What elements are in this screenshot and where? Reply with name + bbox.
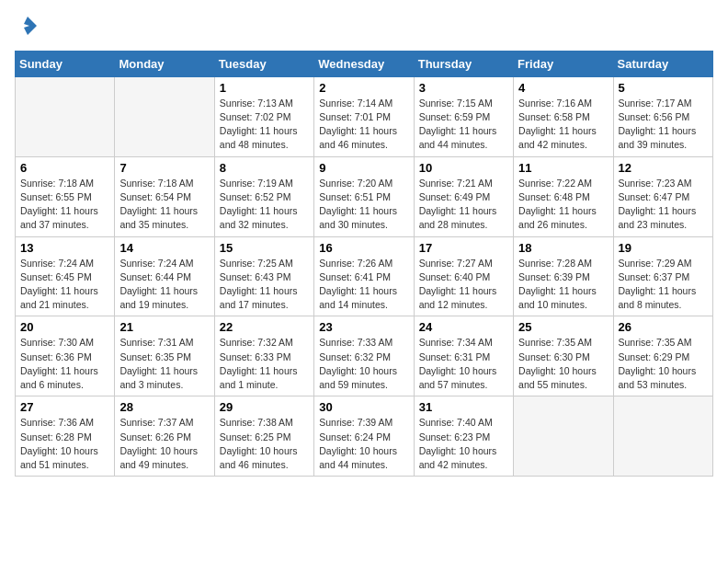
day-number: 2 (319, 81, 408, 95)
day-header: Tuesday (214, 51, 313, 76)
day-detail: Sunrise: 7:34 AM Sunset: 6:31 PM Dayligh… (419, 336, 508, 392)
calendar-header-row: SundayMondayTuesdayWednesdayThursdayFrid… (16, 51, 713, 76)
calendar-cell: 16Sunrise: 7:26 AM Sunset: 6:41 PM Dayli… (314, 236, 414, 316)
calendar-cell: 1Sunrise: 7:13 AM Sunset: 7:02 PM Daylig… (214, 76, 313, 156)
day-number: 17 (419, 241, 508, 255)
calendar-week-row: 27Sunrise: 7:36 AM Sunset: 6:28 PM Dayli… (16, 396, 713, 477)
day-number: 13 (20, 241, 109, 255)
day-detail: Sunrise: 7:39 AM Sunset: 6:24 PM Dayligh… (319, 416, 408, 472)
calendar-cell: 12Sunrise: 7:23 AM Sunset: 6:47 PM Dayli… (613, 156, 712, 236)
day-number: 4 (518, 81, 608, 95)
day-detail: Sunrise: 7:14 AM Sunset: 7:01 PM Dayligh… (319, 97, 408, 153)
calendar-cell: 18Sunrise: 7:28 AM Sunset: 6:39 PM Dayli… (514, 236, 613, 316)
day-header: Monday (115, 51, 214, 76)
day-number: 31 (419, 400, 508, 414)
day-number: 3 (419, 81, 508, 95)
day-detail: Sunrise: 7:37 AM Sunset: 6:26 PM Dayligh… (119, 416, 209, 472)
calendar-table: SundayMondayTuesdayWednesdayThursdayFrid… (15, 51, 713, 477)
calendar-cell: 20Sunrise: 7:30 AM Sunset: 6:36 PM Dayli… (16, 316, 115, 396)
day-number: 12 (619, 161, 708, 175)
day-detail: Sunrise: 7:33 AM Sunset: 6:32 PM Dayligh… (319, 336, 408, 392)
day-detail: Sunrise: 7:20 AM Sunset: 6:51 PM Dayligh… (319, 177, 408, 233)
calendar-cell: 25Sunrise: 7:35 AM Sunset: 6:30 PM Dayli… (514, 316, 613, 396)
day-detail: Sunrise: 7:40 AM Sunset: 6:23 PM Dayligh… (419, 416, 508, 472)
day-number: 11 (518, 161, 608, 175)
day-detail: Sunrise: 7:15 AM Sunset: 6:59 PM Dayligh… (419, 97, 508, 153)
day-header: Friday (514, 51, 613, 76)
day-number: 29 (220, 400, 309, 414)
day-detail: Sunrise: 7:31 AM Sunset: 6:35 PM Dayligh… (119, 336, 209, 392)
calendar-week-row: 1Sunrise: 7:13 AM Sunset: 7:02 PM Daylig… (16, 76, 713, 156)
calendar-cell: 28Sunrise: 7:37 AM Sunset: 6:26 PM Dayli… (115, 396, 214, 477)
day-number: 7 (119, 161, 209, 175)
day-detail: Sunrise: 7:29 AM Sunset: 6:37 PM Dayligh… (619, 257, 708, 313)
calendar-body: 1Sunrise: 7:13 AM Sunset: 7:02 PM Daylig… (16, 76, 713, 476)
day-number: 26 (619, 320, 708, 334)
calendar-cell (514, 396, 613, 477)
calendar-cell: 27Sunrise: 7:36 AM Sunset: 6:28 PM Dayli… (16, 396, 115, 477)
day-header: Saturday (613, 51, 712, 76)
calendar-cell: 7Sunrise: 7:18 AM Sunset: 6:54 PM Daylig… (115, 156, 214, 236)
day-number: 5 (619, 81, 708, 95)
day-number: 19 (619, 241, 708, 255)
calendar-cell: 5Sunrise: 7:17 AM Sunset: 6:56 PM Daylig… (613, 76, 712, 156)
day-detail: Sunrise: 7:35 AM Sunset: 6:29 PM Dayligh… (619, 336, 708, 392)
day-number: 16 (319, 241, 408, 255)
logo-icon (17, 15, 39, 37)
day-number: 25 (518, 320, 608, 334)
calendar-cell: 10Sunrise: 7:21 AM Sunset: 6:49 PM Dayli… (414, 156, 513, 236)
day-number: 23 (319, 320, 408, 334)
logo (15, 15, 39, 41)
day-detail: Sunrise: 7:24 AM Sunset: 6:45 PM Dayligh… (20, 257, 109, 313)
calendar-cell: 24Sunrise: 7:34 AM Sunset: 6:31 PM Dayli… (414, 316, 513, 396)
calendar-cell: 23Sunrise: 7:33 AM Sunset: 6:32 PM Dayli… (314, 316, 414, 396)
day-detail: Sunrise: 7:32 AM Sunset: 6:33 PM Dayligh… (220, 336, 309, 392)
day-header: Sunday (16, 51, 115, 76)
calendar-cell: 3Sunrise: 7:15 AM Sunset: 6:59 PM Daylig… (414, 76, 513, 156)
day-detail: Sunrise: 7:25 AM Sunset: 6:43 PM Dayligh… (220, 257, 309, 313)
day-detail: Sunrise: 7:38 AM Sunset: 6:25 PM Dayligh… (220, 416, 309, 472)
day-detail: Sunrise: 7:22 AM Sunset: 6:48 PM Dayligh… (518, 177, 608, 233)
day-number: 27 (20, 400, 109, 414)
calendar-cell: 8Sunrise: 7:19 AM Sunset: 6:52 PM Daylig… (214, 156, 313, 236)
day-detail: Sunrise: 7:35 AM Sunset: 6:30 PM Dayligh… (518, 336, 608, 392)
day-number: 15 (220, 241, 309, 255)
calendar-cell: 19Sunrise: 7:29 AM Sunset: 6:37 PM Dayli… (613, 236, 712, 316)
day-detail: Sunrise: 7:36 AM Sunset: 6:28 PM Dayligh… (20, 416, 109, 472)
day-header: Wednesday (314, 51, 414, 76)
calendar-cell: 22Sunrise: 7:32 AM Sunset: 6:33 PM Dayli… (214, 316, 313, 396)
day-detail: Sunrise: 7:27 AM Sunset: 6:40 PM Dayligh… (419, 257, 508, 313)
day-number: 10 (419, 161, 508, 175)
day-detail: Sunrise: 7:13 AM Sunset: 7:02 PM Dayligh… (220, 97, 309, 153)
calendar-cell (16, 76, 115, 156)
calendar-cell: 21Sunrise: 7:31 AM Sunset: 6:35 PM Dayli… (115, 316, 214, 396)
calendar-cell: 9Sunrise: 7:20 AM Sunset: 6:51 PM Daylig… (314, 156, 414, 236)
day-number: 30 (319, 400, 408, 414)
day-detail: Sunrise: 7:17 AM Sunset: 6:56 PM Dayligh… (619, 97, 708, 153)
calendar-cell: 13Sunrise: 7:24 AM Sunset: 6:45 PM Dayli… (16, 236, 115, 316)
calendar-cell: 6Sunrise: 7:18 AM Sunset: 6:55 PM Daylig… (16, 156, 115, 236)
day-detail: Sunrise: 7:26 AM Sunset: 6:41 PM Dayligh… (319, 257, 408, 313)
day-number: 6 (20, 161, 109, 175)
day-detail: Sunrise: 7:24 AM Sunset: 6:44 PM Dayligh… (119, 257, 209, 313)
day-detail: Sunrise: 7:18 AM Sunset: 6:55 PM Dayligh… (20, 177, 109, 233)
calendar-cell: 2Sunrise: 7:14 AM Sunset: 7:01 PM Daylig… (314, 76, 414, 156)
calendar-cell: 30Sunrise: 7:39 AM Sunset: 6:24 PM Dayli… (314, 396, 414, 477)
day-number: 21 (119, 320, 209, 334)
day-detail: Sunrise: 7:23 AM Sunset: 6:47 PM Dayligh… (619, 177, 708, 233)
calendar-cell: 14Sunrise: 7:24 AM Sunset: 6:44 PM Dayli… (115, 236, 214, 316)
day-number: 28 (119, 400, 209, 414)
calendar-cell: 26Sunrise: 7:35 AM Sunset: 6:29 PM Dayli… (613, 316, 712, 396)
day-detail: Sunrise: 7:30 AM Sunset: 6:36 PM Dayligh… (20, 336, 109, 392)
day-number: 20 (20, 320, 109, 334)
day-number: 8 (220, 161, 309, 175)
day-number: 18 (518, 241, 608, 255)
day-number: 1 (220, 81, 309, 95)
day-detail: Sunrise: 7:16 AM Sunset: 6:58 PM Dayligh… (518, 97, 608, 153)
calendar-cell: 29Sunrise: 7:38 AM Sunset: 6:25 PM Dayli… (214, 396, 313, 477)
day-header: Thursday (414, 51, 513, 76)
calendar-cell: 31Sunrise: 7:40 AM Sunset: 6:23 PM Dayli… (414, 396, 513, 477)
calendar-week-row: 6Sunrise: 7:18 AM Sunset: 6:55 PM Daylig… (16, 156, 713, 236)
calendar-week-row: 20Sunrise: 7:30 AM Sunset: 6:36 PM Dayli… (16, 316, 713, 396)
day-detail: Sunrise: 7:21 AM Sunset: 6:49 PM Dayligh… (419, 177, 508, 233)
